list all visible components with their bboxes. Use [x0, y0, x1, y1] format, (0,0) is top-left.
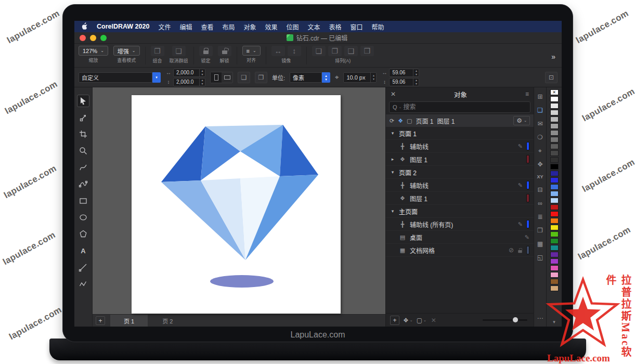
color-swatch[interactable] — [550, 218, 559, 224]
tree-row-guides-all[interactable]: ╋ 辅助线 (所有页) ✎ — [386, 218, 534, 231]
transform-icon[interactable]: ✥ — [537, 161, 542, 167]
color-swatch[interactable] — [550, 184, 559, 190]
clone-icon[interactable]: ❐ — [537, 227, 543, 233]
docker-menu-icon[interactable]: ≡ — [525, 90, 529, 98]
back-one-button[interactable]: ❒ — [360, 46, 374, 56]
find-icon[interactable]: ∞ — [538, 200, 542, 206]
polygon-tool[interactable] — [77, 228, 89, 240]
close-window-button[interactable] — [80, 35, 86, 41]
corners-icon[interactable]: ◱ — [537, 254, 543, 261]
color-swatch[interactable] — [550, 137, 559, 142]
new-page-dropdown[interactable]: ▢ ⌄ — [417, 317, 426, 324]
align-dropdown[interactable]: ≡ ⌄ — [242, 46, 261, 56]
menu-item-layout[interactable]: 布局 — [222, 22, 235, 31]
lock-icon[interactable] — [518, 250, 522, 253]
color-swatch[interactable] — [550, 258, 559, 264]
all-pages-button[interactable]: ❐ — [255, 72, 267, 83]
duplicate-y-field[interactable]: 59.06 — [389, 78, 419, 86]
shape-tool[interactable] — [77, 111, 89, 124]
new-layer-dropdown[interactable]: ❖ ⌄ — [403, 317, 413, 324]
expander-icon[interactable]: ▾ — [390, 170, 395, 175]
docker-search[interactable]: Q ⌄ — [389, 101, 530, 113]
docker-options-button[interactable]: ⚙ ⌄ — [513, 116, 530, 125]
nudge-stepper[interactable] — [370, 73, 376, 82]
new-object-button[interactable]: + — [390, 316, 399, 325]
color-swatch[interactable] — [550, 110, 559, 115]
page-height-field[interactable]: 2,000.0 — [173, 78, 205, 86]
opacity-slider[interactable] — [483, 319, 527, 321]
color-swatch[interactable] — [550, 177, 559, 183]
color-swatch[interactable] — [550, 198, 559, 203]
bezier-tool[interactable] — [77, 178, 89, 190]
menu-item-effects[interactable]: 效果 — [265, 22, 278, 31]
properties-icon[interactable]: ⊞ — [537, 94, 542, 100]
menu-item-file[interactable]: 文件 — [158, 22, 171, 31]
menu-item-bitmaps[interactable]: 位图 — [287, 22, 299, 31]
page-icon[interactable]: ▢ — [407, 118, 412, 124]
freehand-tool[interactable] — [77, 161, 89, 174]
menu-item-table[interactable]: 表格 — [329, 22, 342, 31]
menu-item-view[interactable]: 查看 — [201, 22, 213, 31]
app-name[interactable]: CorelDRAW 2020 — [97, 23, 149, 30]
edit-icon[interactable]: ✎ — [518, 143, 523, 150]
view-mode-dropdown[interactable]: 增强 ⌄ — [113, 46, 140, 56]
tree-row-page2[interactable]: ▾ 页面 2 — [386, 166, 534, 179]
styles-icon[interactable]: ❍ — [537, 134, 543, 140]
zoom-level-dropdown[interactable]: 127% ⌄ — [79, 46, 108, 56]
text-tool[interactable]: A — [77, 244, 89, 257]
rectangle-tool[interactable] — [77, 194, 89, 207]
tree-row-master-page[interactable]: ▾ 主页面 — [386, 205, 534, 218]
apple-logo-icon[interactable] — [82, 22, 88, 31]
current-page-button[interactable]: ❏ — [238, 72, 250, 83]
color-swatch[interactable] — [550, 225, 559, 230]
color-swatch[interactable] — [550, 238, 559, 244]
sync-icon[interactable]: ⟳ — [390, 118, 394, 124]
dup-x-stepper[interactable] — [413, 69, 419, 76]
color-swatch[interactable] — [550, 96, 559, 102]
zoom-window-button[interactable] — [100, 35, 107, 41]
expander-icon[interactable]: ▸ — [390, 157, 395, 162]
line-tool[interactable] — [77, 261, 89, 274]
menu-item-window[interactable]: 窗口 — [351, 22, 363, 31]
units-combo[interactable]: 像素 ▴▾ — [290, 72, 330, 83]
pick-tool[interactable] — [77, 95, 89, 107]
tree-row-page1[interactable]: ▾ 页面 1 — [386, 127, 534, 140]
menu-item-object[interactable]: 对象 — [244, 22, 256, 31]
group-button[interactable]: ❐ — [151, 46, 164, 56]
tree-row-guides[interactable]: ╋ 辅助线 ✎ — [386, 140, 534, 153]
landscape-button[interactable] — [222, 72, 232, 83]
ungroup-button[interactable]: ❏ — [172, 46, 186, 56]
more-icon[interactable]: ⋯ — [537, 315, 543, 321]
color-swatch[interactable] — [550, 164, 559, 170]
color-swatch[interactable] — [550, 265, 559, 271]
toolbar-overflow-button[interactable]: » — [551, 53, 558, 61]
edit-icon[interactable]: ✎ — [518, 221, 523, 228]
zoom-tool[interactable] — [77, 145, 89, 157]
slider-thumb[interactable] — [513, 317, 518, 322]
color-swatch[interactable] — [550, 231, 559, 237]
color-swatch[interactable] — [550, 211, 559, 217]
comments-icon[interactable]: ✉ — [537, 121, 542, 127]
color-swatch[interactable] — [550, 204, 559, 210]
treat-as-filled-button[interactable]: ⊡ — [545, 72, 558, 83]
document-page[interactable] — [132, 95, 341, 314]
coordinates-icon[interactable]: XY — [537, 175, 543, 179]
menu-item-edit[interactable]: 编辑 — [179, 22, 192, 31]
docker-search-input[interactable] — [403, 103, 527, 111]
color-swatch[interactable] — [550, 130, 559, 136]
edit-icon[interactable]: ✎ — [525, 234, 529, 241]
page-width-field[interactable]: 2,000.0 — [173, 69, 205, 77]
page-tab-1[interactable]: 页 1 — [110, 315, 148, 327]
nudge-field[interactable]: 10.0 px — [343, 72, 377, 83]
color-swatch[interactable] — [550, 103, 559, 109]
dup-y-stepper[interactable] — [413, 79, 419, 86]
lock-button[interactable] — [199, 46, 213, 56]
ellipse-tool[interactable] — [77, 211, 89, 224]
visibility-off-icon[interactable]: ⊘ — [509, 246, 514, 254]
add-page-button[interactable]: + — [96, 316, 105, 325]
connector-tool[interactable] — [77, 278, 89, 290]
forward-one-button[interactable]: ❑ — [344, 46, 358, 56]
export-icon[interactable]: ⊟ — [537, 187, 542, 193]
tree-row-layer1[interactable]: ▸ ❖ 图层 1 — [386, 153, 534, 166]
no-color-swatch[interactable]: ✕ — [550, 89, 559, 95]
